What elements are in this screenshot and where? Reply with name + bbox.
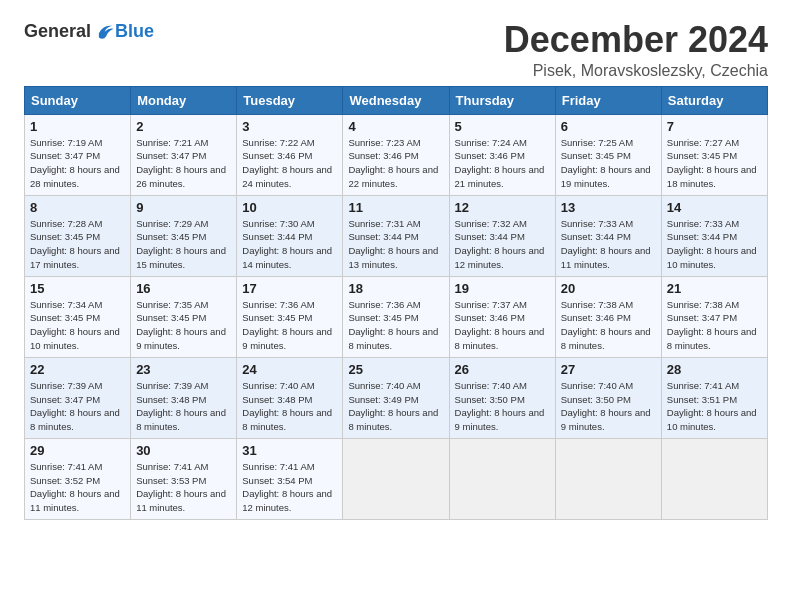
table-row: 21 Sunrise: 7:38 AM Sunset: 3:47 PM Dayl… [661, 276, 767, 357]
calendar-week-row: 22 Sunrise: 7:39 AM Sunset: 3:47 PM Dayl… [25, 357, 768, 438]
day-number: 16 [136, 281, 231, 296]
day-number: 21 [667, 281, 762, 296]
table-row: 30 Sunrise: 7:41 AM Sunset: 3:53 PM Dayl… [131, 438, 237, 519]
day-info: Sunrise: 7:22 AM Sunset: 3:46 PM Dayligh… [242, 136, 337, 191]
table-row: 17 Sunrise: 7:36 AM Sunset: 3:45 PM Dayl… [237, 276, 343, 357]
day-number: 28 [667, 362, 762, 377]
table-row: 1 Sunrise: 7:19 AM Sunset: 3:47 PM Dayli… [25, 114, 131, 195]
day-number: 9 [136, 200, 231, 215]
calendar-week-row: 1 Sunrise: 7:19 AM Sunset: 3:47 PM Dayli… [25, 114, 768, 195]
day-info: Sunrise: 7:31 AM Sunset: 3:44 PM Dayligh… [348, 217, 443, 272]
day-number: 18 [348, 281, 443, 296]
day-number: 20 [561, 281, 656, 296]
table-row: 14 Sunrise: 7:33 AM Sunset: 3:44 PM Dayl… [661, 195, 767, 276]
day-info: Sunrise: 7:27 AM Sunset: 3:45 PM Dayligh… [667, 136, 762, 191]
table-row: 7 Sunrise: 7:27 AM Sunset: 3:45 PM Dayli… [661, 114, 767, 195]
page-header: General Blue December 2024 Pisek, Moravs… [24, 20, 768, 80]
table-row: 24 Sunrise: 7:40 AM Sunset: 3:48 PM Dayl… [237, 357, 343, 438]
day-number: 30 [136, 443, 231, 458]
day-info: Sunrise: 7:40 AM Sunset: 3:49 PM Dayligh… [348, 379, 443, 434]
day-number: 24 [242, 362, 337, 377]
table-row: 25 Sunrise: 7:40 AM Sunset: 3:49 PM Dayl… [343, 357, 449, 438]
table-row: 5 Sunrise: 7:24 AM Sunset: 3:46 PM Dayli… [449, 114, 555, 195]
table-row: 27 Sunrise: 7:40 AM Sunset: 3:50 PM Dayl… [555, 357, 661, 438]
day-info: Sunrise: 7:41 AM Sunset: 3:53 PM Dayligh… [136, 460, 231, 515]
day-number: 4 [348, 119, 443, 134]
table-row: 20 Sunrise: 7:38 AM Sunset: 3:46 PM Dayl… [555, 276, 661, 357]
table-row: 16 Sunrise: 7:35 AM Sunset: 3:45 PM Dayl… [131, 276, 237, 357]
calendar-week-row: 29 Sunrise: 7:41 AM Sunset: 3:52 PM Dayl… [25, 438, 768, 519]
table-row: 19 Sunrise: 7:37 AM Sunset: 3:46 PM Dayl… [449, 276, 555, 357]
month-title: December 2024 [504, 20, 768, 60]
header-tuesday: Tuesday [237, 86, 343, 114]
day-number: 11 [348, 200, 443, 215]
day-number: 13 [561, 200, 656, 215]
day-number: 5 [455, 119, 550, 134]
day-info: Sunrise: 7:36 AM Sunset: 3:45 PM Dayligh… [348, 298, 443, 353]
day-info: Sunrise: 7:33 AM Sunset: 3:44 PM Dayligh… [667, 217, 762, 272]
table-row [449, 438, 555, 519]
table-row: 8 Sunrise: 7:28 AM Sunset: 3:45 PM Dayli… [25, 195, 131, 276]
logo-bird-icon [93, 20, 115, 42]
header-saturday: Saturday [661, 86, 767, 114]
day-number: 15 [30, 281, 125, 296]
table-row: 10 Sunrise: 7:30 AM Sunset: 3:44 PM Dayl… [237, 195, 343, 276]
table-row: 9 Sunrise: 7:29 AM Sunset: 3:45 PM Dayli… [131, 195, 237, 276]
header-monday: Monday [131, 86, 237, 114]
day-info: Sunrise: 7:40 AM Sunset: 3:50 PM Dayligh… [455, 379, 550, 434]
calendar-table: Sunday Monday Tuesday Wednesday Thursday… [24, 86, 768, 520]
day-info: Sunrise: 7:41 AM Sunset: 3:54 PM Dayligh… [242, 460, 337, 515]
table-row: 6 Sunrise: 7:25 AM Sunset: 3:45 PM Dayli… [555, 114, 661, 195]
day-info: Sunrise: 7:39 AM Sunset: 3:47 PM Dayligh… [30, 379, 125, 434]
day-number: 8 [30, 200, 125, 215]
table-row [555, 438, 661, 519]
calendar-week-row: 8 Sunrise: 7:28 AM Sunset: 3:45 PM Dayli… [25, 195, 768, 276]
day-info: Sunrise: 7:36 AM Sunset: 3:45 PM Dayligh… [242, 298, 337, 353]
calendar-week-row: 15 Sunrise: 7:34 AM Sunset: 3:45 PM Dayl… [25, 276, 768, 357]
table-row: 31 Sunrise: 7:41 AM Sunset: 3:54 PM Dayl… [237, 438, 343, 519]
day-info: Sunrise: 7:25 AM Sunset: 3:45 PM Dayligh… [561, 136, 656, 191]
day-number: 29 [30, 443, 125, 458]
day-info: Sunrise: 7:24 AM Sunset: 3:46 PM Dayligh… [455, 136, 550, 191]
day-info: Sunrise: 7:34 AM Sunset: 3:45 PM Dayligh… [30, 298, 125, 353]
calendar-header-row: Sunday Monday Tuesday Wednesday Thursday… [25, 86, 768, 114]
day-number: 26 [455, 362, 550, 377]
day-info: Sunrise: 7:37 AM Sunset: 3:46 PM Dayligh… [455, 298, 550, 353]
day-info: Sunrise: 7:40 AM Sunset: 3:50 PM Dayligh… [561, 379, 656, 434]
day-info: Sunrise: 7:38 AM Sunset: 3:46 PM Dayligh… [561, 298, 656, 353]
day-info: Sunrise: 7:30 AM Sunset: 3:44 PM Dayligh… [242, 217, 337, 272]
day-number: 2 [136, 119, 231, 134]
table-row: 15 Sunrise: 7:34 AM Sunset: 3:45 PM Dayl… [25, 276, 131, 357]
day-info: Sunrise: 7:33 AM Sunset: 3:44 PM Dayligh… [561, 217, 656, 272]
day-info: Sunrise: 7:28 AM Sunset: 3:45 PM Dayligh… [30, 217, 125, 272]
day-number: 17 [242, 281, 337, 296]
table-row: 28 Sunrise: 7:41 AM Sunset: 3:51 PM Dayl… [661, 357, 767, 438]
day-info: Sunrise: 7:32 AM Sunset: 3:44 PM Dayligh… [455, 217, 550, 272]
day-info: Sunrise: 7:21 AM Sunset: 3:47 PM Dayligh… [136, 136, 231, 191]
day-number: 10 [242, 200, 337, 215]
table-row: 12 Sunrise: 7:32 AM Sunset: 3:44 PM Dayl… [449, 195, 555, 276]
day-info: Sunrise: 7:40 AM Sunset: 3:48 PM Dayligh… [242, 379, 337, 434]
table-row: 23 Sunrise: 7:39 AM Sunset: 3:48 PM Dayl… [131, 357, 237, 438]
table-row [661, 438, 767, 519]
day-number: 23 [136, 362, 231, 377]
table-row [343, 438, 449, 519]
header-friday: Friday [555, 86, 661, 114]
logo-text-blue: Blue [115, 21, 154, 42]
location-subtitle: Pisek, Moravskoslezsky, Czechia [504, 62, 768, 80]
table-row: 26 Sunrise: 7:40 AM Sunset: 3:50 PM Dayl… [449, 357, 555, 438]
table-row: 18 Sunrise: 7:36 AM Sunset: 3:45 PM Dayl… [343, 276, 449, 357]
day-number: 12 [455, 200, 550, 215]
header-thursday: Thursday [449, 86, 555, 114]
day-info: Sunrise: 7:41 AM Sunset: 3:52 PM Dayligh… [30, 460, 125, 515]
day-number: 22 [30, 362, 125, 377]
day-info: Sunrise: 7:38 AM Sunset: 3:47 PM Dayligh… [667, 298, 762, 353]
day-number: 25 [348, 362, 443, 377]
table-row: 11 Sunrise: 7:31 AM Sunset: 3:44 PM Dayl… [343, 195, 449, 276]
day-number: 6 [561, 119, 656, 134]
day-info: Sunrise: 7:39 AM Sunset: 3:48 PM Dayligh… [136, 379, 231, 434]
table-row: 13 Sunrise: 7:33 AM Sunset: 3:44 PM Dayl… [555, 195, 661, 276]
header-wednesday: Wednesday [343, 86, 449, 114]
day-info: Sunrise: 7:41 AM Sunset: 3:51 PM Dayligh… [667, 379, 762, 434]
day-number: 19 [455, 281, 550, 296]
